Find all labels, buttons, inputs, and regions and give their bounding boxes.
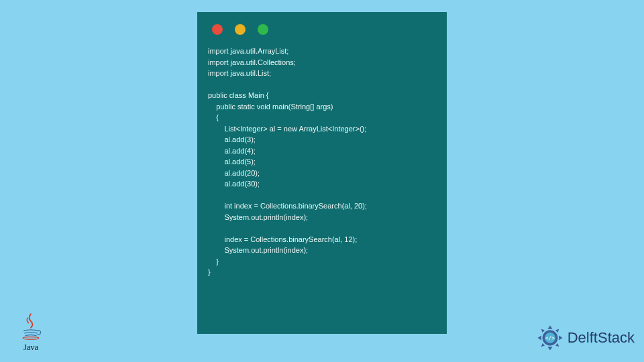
close-icon bbox=[212, 24, 223, 35]
svg-text:</>: </> bbox=[545, 335, 555, 341]
java-cup-icon bbox=[19, 312, 43, 341]
delftstack-text: DelftStack bbox=[568, 329, 635, 347]
delftstack-gear-icon: </> bbox=[535, 323, 565, 353]
code-block: import java.util.ArrayList; import java.… bbox=[208, 46, 436, 278]
maximize-icon bbox=[258, 24, 268, 35]
code-window: import java.util.ArrayList; import java.… bbox=[197, 12, 447, 334]
delftstack-logo: </> DelftStack bbox=[535, 323, 635, 353]
svg-point-0 bbox=[23, 337, 39, 340]
minimize-icon bbox=[235, 24, 246, 35]
java-logo: Java bbox=[19, 312, 43, 353]
window-controls bbox=[212, 24, 436, 35]
java-logo-text: Java bbox=[19, 342, 43, 353]
